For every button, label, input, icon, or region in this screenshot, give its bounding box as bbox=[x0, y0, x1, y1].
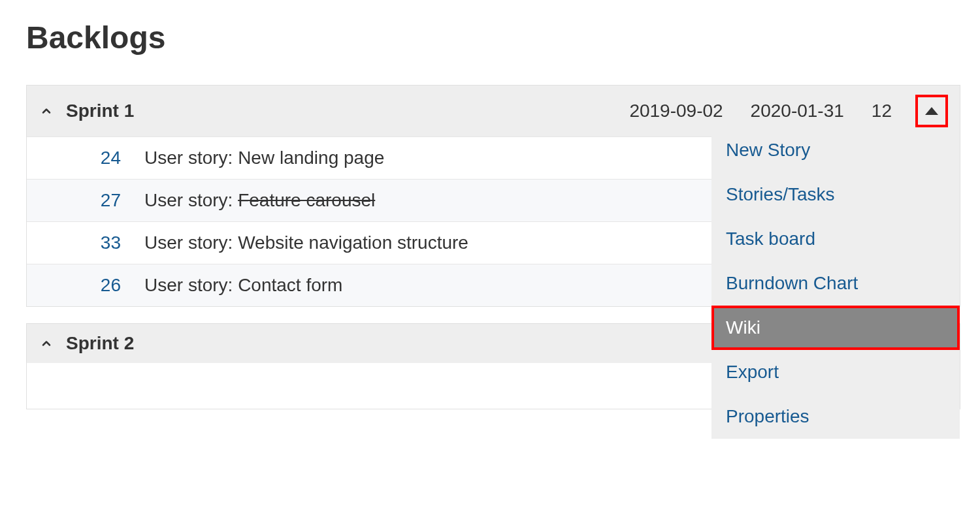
menu-item-wiki[interactable]: Wiki bbox=[711, 306, 960, 350]
story-prefix: User story: bbox=[144, 190, 238, 210]
story-prefix: User story: bbox=[144, 148, 238, 168]
story-text: Contact form bbox=[238, 275, 342, 295]
menu-item-stories-tasks[interactable]: Stories/Tasks bbox=[711, 172, 960, 217]
menu-item-new-story[interactable]: New Story bbox=[711, 128, 960, 172]
sprint-start-date: 2019-09-02 bbox=[629, 101, 723, 121]
triangle-up-icon bbox=[925, 107, 938, 115]
sprint-points: 12 bbox=[872, 101, 892, 121]
story-text: Website navigation structure bbox=[238, 232, 468, 253]
menu-item-properties[interactable]: Properties bbox=[711, 394, 960, 439]
chevron-up-icon[interactable] bbox=[39, 336, 54, 351]
story-title[interactable]: User story: Website navigation structure bbox=[144, 232, 468, 253]
story-id[interactable]: 24 bbox=[73, 148, 144, 168]
menu-item-export[interactable]: Export bbox=[711, 350, 960, 394]
story-title[interactable]: User story: Contact form bbox=[144, 275, 342, 296]
story-title[interactable]: User story: Feature carousel bbox=[144, 190, 375, 211]
sprint-dropdown-menu: New Story Stories/Tasks Task board Burnd… bbox=[711, 128, 960, 439]
sprint-name[interactable]: Sprint 1 bbox=[66, 101, 617, 121]
story-text: Feature carousel bbox=[238, 190, 375, 210]
story-id[interactable]: 26 bbox=[73, 275, 144, 296]
page-title: Backlogs bbox=[26, 20, 954, 55]
story-id[interactable]: 27 bbox=[73, 190, 144, 211]
sprint-container: Sprint 1 2019-09-02 2020-01-31 12 24 Use… bbox=[26, 85, 960, 307]
menu-item-burndown-chart[interactable]: Burndown Chart bbox=[711, 261, 960, 306]
menu-item-task-board[interactable]: Task board bbox=[711, 217, 960, 261]
sprint-dates: 2019-09-02 2020-01-31 12 bbox=[629, 101, 892, 121]
sprint-end-date: 2020-01-31 bbox=[751, 101, 844, 121]
chevron-up-icon[interactable] bbox=[39, 103, 54, 119]
story-title[interactable]: User story: New landing page bbox=[144, 148, 384, 168]
sprint-menu-toggle[interactable] bbox=[915, 95, 948, 127]
story-id[interactable]: 33 bbox=[73, 232, 144, 253]
story-prefix: User story: bbox=[144, 232, 238, 253]
story-prefix: User story: bbox=[144, 275, 238, 295]
story-text: New landing page bbox=[238, 148, 384, 168]
